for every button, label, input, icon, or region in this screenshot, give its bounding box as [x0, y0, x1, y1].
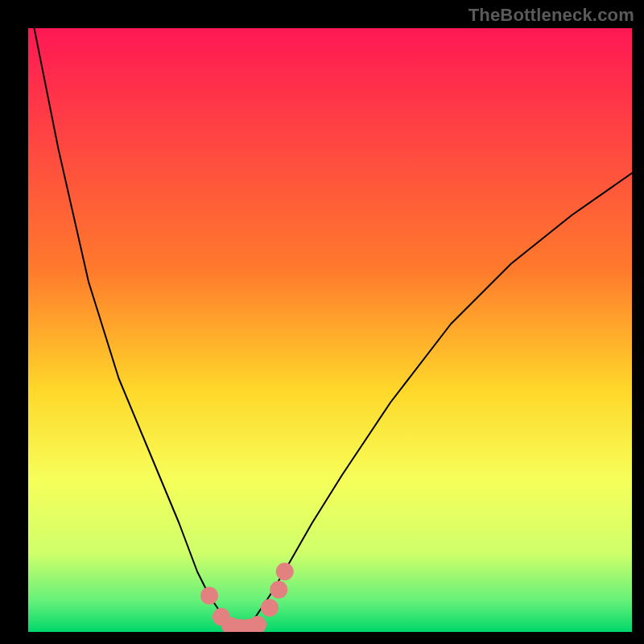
- highlight-marker: [270, 581, 287, 599]
- watermark-text: TheBottleneck.com: [469, 5, 634, 26]
- highlight-marker: [200, 587, 218, 605]
- chart-svg: [28, 28, 632, 632]
- highlight-marker: [261, 599, 279, 617]
- chart-background: [28, 28, 632, 632]
- bottleneck-chart: [28, 28, 632, 632]
- highlight-marker: [276, 563, 294, 580]
